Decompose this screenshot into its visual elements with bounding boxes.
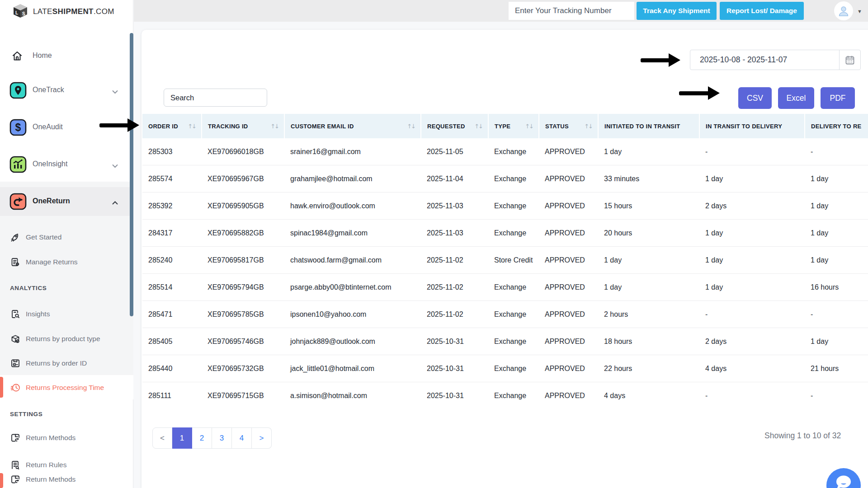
cell-in-transit-to-delivery: -: [699, 301, 805, 328]
cell-order-id: 285471: [142, 301, 202, 328]
cell-delivery-to-re: 1 day: [805, 220, 868, 247]
cell-requested: 2025-11-03: [421, 192, 488, 220]
table-row: 285111 XE970695715GB a.simison@hotmail.c…: [142, 382, 868, 409]
chevron-up-icon: [112, 199, 118, 207]
export-excel-button[interactable]: Excel: [778, 87, 814, 109]
sort-icon[interactable]: ↑↓: [407, 123, 416, 130]
sort-icon[interactable]: ↑↓: [474, 123, 483, 130]
user-avatar[interactable]: [834, 1, 853, 20]
brand-logo[interactable]: L S LATESHIPMENT.COM: [13, 3, 114, 20]
cell-order-id: 285405: [142, 328, 202, 355]
returns-processing-time-panel: 2025-10-08 - 2025-11-07 CSV Excel PDF OR…: [142, 30, 868, 488]
sidebar-item-label: OneReturn: [33, 197, 70, 205]
sidebar-item-return-rules[interactable]: Return Rules: [0, 458, 133, 472]
sidebar-item-return-methods[interactable]: Return Methods: [0, 429, 133, 447]
sidebar-item-label: OneAudit: [33, 123, 63, 131]
table-row: 284317 XE970695882GB spinac1984@gmail.co…: [142, 220, 868, 247]
sidebar-item-onereturn[interactable]: OneReturn: [0, 191, 133, 212]
sidebar-item-insights[interactable]: Insights: [0, 305, 133, 323]
cell-customer-email: spinac1984@gmail.com: [284, 220, 421, 247]
column-header-status[interactable]: STATUS↑↓: [539, 114, 598, 138]
cell-delivery-to-re: -: [805, 138, 868, 165]
track-any-shipment-button[interactable]: Track Any Shipment: [637, 2, 717, 20]
cell-status: APPROVED: [539, 247, 598, 274]
svg-text:L: L: [15, 10, 18, 15]
cell-requested: 2025-10-31: [421, 355, 488, 382]
calendar-icon[interactable]: [839, 50, 860, 70]
pagination-page-2[interactable]: 2: [192, 427, 212, 449]
sidebar-item-home[interactable]: Home: [0, 45, 133, 67]
sidebar-item-label: Returns by order ID: [26, 359, 87, 367]
sidebar-item-label: OneTrack: [33, 86, 64, 94]
cell-delivery-to-re: 1 day: [805, 328, 868, 355]
cell-status: APPROVED: [539, 165, 598, 192]
cell-initiated-to-in-transit: 1 day: [598, 247, 699, 274]
return-methods-icon: [10, 474, 21, 487]
cell-requested: 2025-11-02: [421, 247, 488, 274]
column-header-in-transit-to-delivery[interactable]: IN TRANSIT TO DELIVERY: [699, 114, 805, 138]
sidebar-item-onetrack[interactable]: OneTrack: [0, 80, 133, 101]
order-grid-icon: [10, 358, 21, 371]
sort-icon[interactable]: ↑↓: [188, 123, 197, 130]
pagination-next-button[interactable]: >: [252, 427, 272, 449]
sidebar-item-returns-processing-time[interactable]: Returns Processing Time: [0, 379, 133, 397]
cell-requested: 2025-10-31: [421, 328, 488, 355]
cell-status: APPROVED: [539, 192, 598, 220]
sidebar-item-get-started[interactable]: Get Started: [0, 228, 133, 246]
sidebar-item-manage-returns[interactable]: Manage Returns: [0, 253, 133, 271]
pagination-prev-button[interactable]: <: [152, 427, 172, 449]
export-pdf-button[interactable]: PDF: [821, 87, 855, 109]
cell-delivery-to-re: 16 hours: [805, 274, 868, 301]
cell-order-id: 285574: [142, 165, 202, 192]
column-header-customer-email[interactable]: CUSTOMER EMAIL ID↑↓: [284, 114, 421, 138]
table-search-input[interactable]: [164, 89, 267, 107]
date-range-picker[interactable]: 2025-10-08 - 2025-11-07: [690, 50, 861, 70]
sidebar-item-returns-by-product-type[interactable]: Returns by product type: [0, 330, 133, 348]
cell-initiated-to-in-transit: 20 hours: [598, 220, 699, 247]
sidebar-item-label: OneInsight: [33, 160, 67, 168]
tracking-number-input[interactable]: [509, 2, 634, 20]
date-range-value: 2025-10-08 - 2025-11-07: [700, 50, 787, 70]
cell-status: APPROVED: [539, 382, 598, 409]
column-header-initiated-to-in-transit[interactable]: INITIATED TO IN TRANSIT: [598, 114, 699, 138]
cell-tracking-id: XE970695785GB: [202, 301, 284, 328]
processing-time-clock-icon: [10, 382, 21, 395]
sort-icon[interactable]: ↑↓: [525, 123, 534, 130]
sidebar: L S LATESHIPMENT.COM Home OneTrack: [0, 0, 133, 488]
svg-text:$: $: [15, 122, 21, 133]
sort-icon[interactable]: ↑↓: [270, 123, 279, 130]
column-header-tracking-id[interactable]: TRACKING ID↑↓: [202, 114, 284, 138]
sidebar-scrollbar-thumb[interactable]: [130, 33, 133, 316]
sidebar-item-label: Home: [33, 52, 52, 60]
cell-tracking-id: XE970695746GB: [202, 328, 284, 355]
sidebar-item-oneinsight[interactable]: OneInsight: [0, 154, 133, 175]
cell-initiated-to-in-transit: 33 minutes: [598, 165, 699, 192]
cell-type: Exchange: [488, 220, 539, 247]
cell-requested: 2025-11-03: [421, 220, 488, 247]
sidebar-item-return-methods-2[interactable]: Return Methods: [0, 472, 133, 487]
clipboard-gear-icon: [10, 257, 21, 269]
column-header-type[interactable]: TYPE↑↓: [488, 114, 539, 138]
returns-table: ORDER ID↑↓ TRACKING ID↑↓ CUSTOMER EMAIL …: [142, 114, 868, 409]
sort-icon[interactable]: ↑↓: [584, 123, 593, 130]
cell-delivery-to-re: -: [805, 382, 868, 409]
pagination-page-3[interactable]: 3: [212, 427, 232, 449]
pagination-page-1[interactable]: 1: [172, 427, 192, 449]
table-row: 285240 XE970695817GB chatswood.farm@gmai…: [142, 247, 868, 274]
sidebar-item-returns-by-order-id[interactable]: Returns by order ID: [0, 354, 133, 372]
cell-delivery-to-re: 1 day: [805, 165, 868, 192]
cell-type: Exchange: [488, 165, 539, 192]
cell-delivery-to-re: -: [805, 301, 868, 328]
column-header-requested[interactable]: REQUESTED↑↓: [421, 114, 488, 138]
sidebar-item-oneaudit[interactable]: $ OneAudit: [0, 117, 133, 138]
cell-type: Exchange: [488, 355, 539, 382]
brand-name: LATESHIPMENT.COM: [33, 7, 114, 16]
export-csv-button[interactable]: CSV: [738, 87, 772, 109]
avatar-dropdown-caret[interactable]: ▼: [857, 9, 862, 14]
column-header-delivery-to-re[interactable]: DELIVERY TO RE: [805, 114, 868, 138]
pagination-page-4[interactable]: 4: [232, 427, 252, 449]
oneinsight-icon: [9, 156, 27, 175]
column-header-order-id[interactable]: ORDER ID↑↓: [142, 114, 202, 138]
report-lost-damage-button[interactable]: Report Lost/ Damage: [720, 2, 804, 20]
cell-tracking-id: XE970695732GB: [202, 355, 284, 382]
